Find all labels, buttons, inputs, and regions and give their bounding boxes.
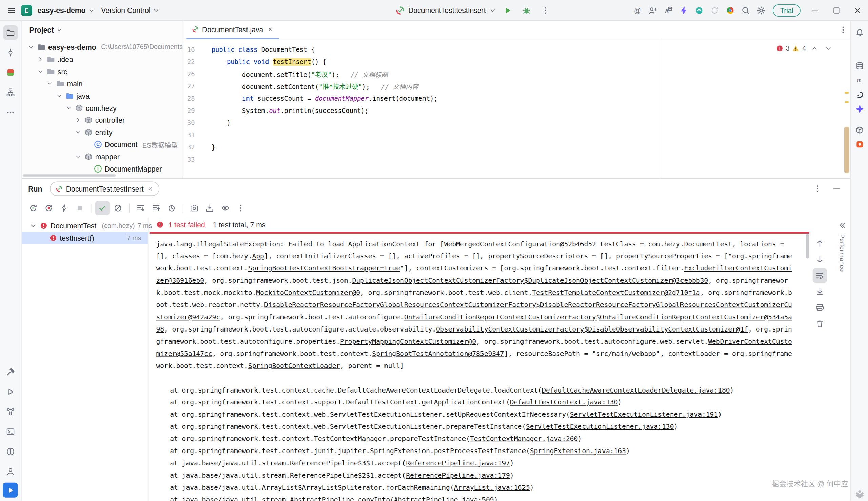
hide-panel-button[interactable] (829, 182, 844, 196)
console-link[interactable]: DocumentTest (684, 240, 732, 248)
inspections-widget[interactable]: 3 4 (776, 43, 834, 54)
console-output[interactable]: java.lang.IllegalStateException: Failed … (148, 234, 834, 501)
bell-button[interactable] (852, 25, 866, 40)
soft-wrap-button[interactable] (813, 268, 827, 283)
mention-button[interactable]: @ (630, 3, 644, 17)
run-config-selector[interactable]: DocumentTest.testInsert (396, 6, 496, 14)
console-link[interactable]: ReferencePipeline.java:179 (406, 471, 510, 479)
terminal-button[interactable] (3, 424, 18, 439)
console-scrollbar[interactable] (806, 234, 809, 259)
console-link[interactable]: SpringExtension.java:163 (530, 447, 626, 455)
console-link[interactable]: ServletTestExecutionListener.java:191 (570, 411, 718, 418)
project-item-entity[interactable]: entity (22, 126, 183, 138)
console-link[interactable]: TestRestTemplateContextCustomizer@2d710f… (532, 289, 700, 297)
clear-button[interactable] (813, 317, 827, 331)
test-item-testinsert[interactable]: testInsert()7 ms (22, 232, 148, 244)
close-tab-icon[interactable] (147, 185, 154, 192)
project-item-document[interactable]: CDocumentES数据模型 (22, 138, 183, 150)
services-button[interactable] (3, 404, 18, 419)
sync-disabled-button[interactable] (708, 3, 722, 17)
collapse-all-button[interactable] (149, 201, 163, 215)
editor-tab[interactable]: DocumentTest.java (187, 21, 279, 39)
rerun-failed-button[interactable] (41, 201, 56, 215)
project-item-com-hezy[interactable]: com.hezy (22, 102, 183, 114)
code-with-me-button[interactable] (646, 3, 660, 17)
project-selector[interactable]: easy-es-demo (34, 4, 98, 17)
watch-button[interactable] (218, 201, 232, 215)
console-link[interactable]: SpringBootTestAnnotation@785e9347 (372, 350, 504, 358)
run-tab[interactable]: DocumentTest.testInsert (50, 182, 160, 196)
test-item-documenttest[interactable]: DocumentTest(com.hezy)7 ms (22, 220, 148, 232)
project-item-java[interactable]: java (22, 89, 183, 102)
console-link[interactable]: ObservabilityContextCustomizerFactory$Di… (436, 326, 748, 333)
sort-duration-button[interactable] (165, 201, 179, 215)
close-button[interactable] (847, 0, 868, 21)
show-passed-button[interactable] (95, 201, 109, 215)
console-link[interactable]: SpringBootContextLoader (248, 362, 340, 370)
maven-button[interactable]: m (852, 73, 866, 87)
project-item-main[interactable]: main (22, 78, 183, 90)
performance-tab[interactable]: Performance (838, 234, 845, 272)
dependencies-button[interactable] (852, 123, 866, 137)
build-button[interactable] (3, 365, 18, 379)
browser-button[interactable] (723, 3, 737, 17)
problems-button[interactable] (3, 444, 18, 459)
project-button[interactable] (3, 25, 18, 40)
project-item-idea[interactable]: .idea (22, 53, 183, 65)
print-button[interactable] (813, 301, 827, 315)
warning-mark[interactable] (845, 102, 848, 103)
run-outline-button[interactable] (3, 385, 18, 399)
project-item-controller[interactable]: controller (22, 114, 183, 126)
more-run-actions-button[interactable] (538, 3, 552, 17)
maximize-button[interactable] (826, 0, 847, 21)
ai-assistant-button[interactable] (852, 102, 866, 116)
console-link[interactable]: ServletTestExecutionListener.java:130 (526, 423, 674, 430)
main-menu-button[interactable] (4, 3, 19, 17)
project-item-mapper[interactable]: mapper (22, 150, 183, 163)
scroll-up-button[interactable] (813, 236, 827, 250)
warning-mark[interactable] (845, 92, 848, 94)
close-tab-icon[interactable] (266, 26, 273, 33)
console-link[interactable]: App (252, 252, 264, 260)
project-panel-header[interactable]: Project (22, 21, 183, 39)
plugin-red-button[interactable] (852, 137, 866, 151)
code-editor[interactable]: 16public class DocumentTest {22 public v… (183, 39, 850, 178)
console-link[interactable]: PropertyMappingContextCustomizer@0 (340, 338, 476, 345)
error-stripe[interactable] (843, 39, 850, 178)
console-link[interactable]: ReferencePipeline.java:197 (406, 459, 510, 467)
auto-test-button[interactable] (57, 201, 71, 215)
debug-button[interactable] (519, 3, 533, 17)
horizontal-scrollbar[interactable] (23, 174, 116, 177)
project-item-src[interactable]: src (22, 65, 183, 78)
copilot-button[interactable] (3, 465, 18, 479)
console-link[interactable]: DefaultCacheAwareContextLoaderDelegate.j… (542, 386, 730, 394)
stop-button[interactable] (73, 201, 87, 215)
search-button[interactable] (739, 3, 753, 17)
console-link[interactable]: TestContextManager.java:260 (470, 435, 578, 443)
ai-plugin-button[interactable] (692, 3, 706, 17)
editor-scrollbar-thumb[interactable] (844, 127, 849, 173)
import-results-button[interactable] (203, 201, 217, 215)
prev-problem-button[interactable] (809, 43, 820, 54)
gradle-button[interactable] (852, 87, 866, 102)
vcs-widget[interactable]: Version Control (98, 4, 163, 17)
minimize-button[interactable] (805, 0, 826, 21)
console-link[interactable]: AbstractPipeline.java:509 (394, 496, 494, 501)
translate-button[interactable]: A (661, 3, 675, 17)
expand-all-button[interactable] (133, 201, 148, 215)
trial-badge[interactable]: Trial (773, 4, 800, 16)
gear-button[interactable] (754, 3, 768, 17)
snapshot-button[interactable] (187, 201, 201, 215)
project-item-easy-es-demo[interactable]: easy-es-demoC:\Users\10765\Documents\ (22, 41, 183, 53)
more-v-button[interactable] (234, 201, 248, 215)
lightning-plugin-button[interactable] (676, 3, 691, 17)
console-link[interactable]: SpringBootTestContextBootstrapper=true (248, 264, 400, 272)
more-h-button[interactable] (3, 105, 18, 119)
next-problem-button[interactable] (823, 43, 834, 54)
console-link[interactable]: MockitoContextCustomizer@0 (256, 289, 360, 297)
scroll-down-button[interactable] (813, 252, 827, 266)
jrebel-button[interactable] (3, 65, 18, 80)
commit-button[interactable] (3, 45, 18, 60)
console-link[interactable]: DefaultTestContext.java:130 (510, 398, 618, 406)
run-panel-options-button[interactable] (811, 182, 825, 196)
